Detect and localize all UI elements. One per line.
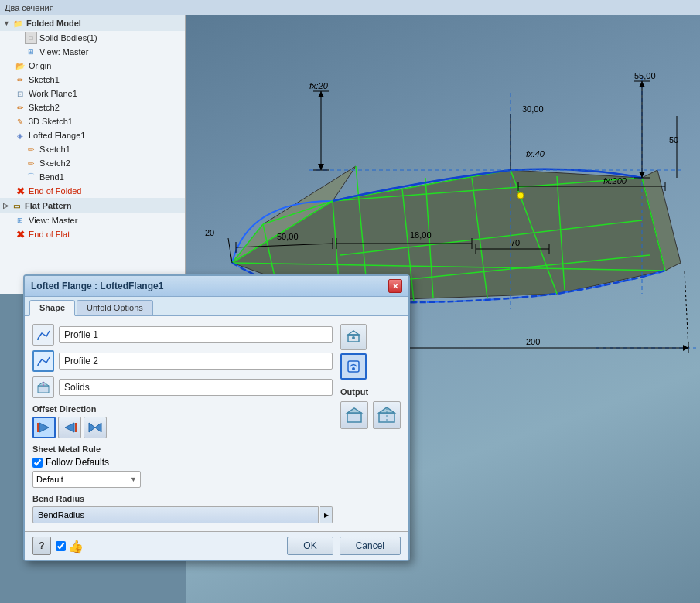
bend-radius-field[interactable]: BendRadius [32,506,319,523]
dialog-body: Profile 1 Profile 2 [25,316,408,531]
side-btn-1-icon [345,329,362,346]
follow-defaults-checkbox[interactable] [32,458,43,468]
tree-section-folded[interactable]: ▼ 📁 Folded Model [0,15,185,31]
svg-marker-75 [39,423,49,432]
title-bar: Два сечения [0,0,700,15]
cancel-button[interactable]: Cancel [340,537,401,555]
end-of-folded-icon: ✖ [14,185,26,197]
profile1-svg [36,327,51,342]
tree-item-solid-bodies[interactable]: □ Solid Bodies(1) [0,31,185,45]
dialog-right-col: Output [340,324,401,523]
tab-unfold-options[interactable]: Unfold Options [77,300,153,315]
svg-text:fx:40: fx:40 [526,149,545,158]
view-master2-label: View: Master [29,216,77,225]
side-buttons [340,324,401,380]
tree-section-flat[interactable]: ▷ ▭ Flat Pattern [0,198,185,213]
tree-item-origin[interactable]: 📂 Origin [0,59,185,73]
svg-point-69 [517,192,524,199]
follow-defaults-row: Follow Defaults [32,457,333,468]
svg-text:20: 20 [205,228,214,237]
view-master1-icon: ⊞ [25,46,37,58]
left-panel-tree: ▼ 📁 Folded Model □ Solid Bodies(1) ⊞ Vie… [0,15,186,294]
tree-item-bend1[interactable]: ⌒ Bend1 [0,170,185,184]
tree-item-lf-sketch1[interactable]: ✏ Sketch1 [0,142,185,156]
profile2-icon-btn[interactable] [32,350,54,372]
svg-marker-66 [318,164,324,170]
svg-line-62 [685,271,688,348]
tree-item-workplane1[interactable]: ⊡ Work Plane1 [0,87,185,100]
expand-icon: ▼ [3,19,10,27]
output-label: Output [340,387,401,397]
svg-marker-65 [318,91,324,97]
output-btn-1[interactable] [340,401,368,429]
lofted-flange1-label: Lofted Flange1 [29,131,85,140]
flat-pattern-icon: ▭ [10,199,22,212]
offset-direction-label: Offset Direction [32,404,333,414]
checkbox-thumbs-row: 👍 [56,539,84,554]
offset-direction-buttons [32,417,333,438]
workplane1-icon: ⊡ [14,87,26,100]
default-dropdown-value: Default [36,475,63,484]
offset-btn-2[interactable] [58,417,81,438]
tree-item-view-master2[interactable]: ⊞ View: Master [0,213,185,227]
svg-marker-80 [95,423,101,432]
svg-text:70: 70 [510,238,520,247]
side-btn-1[interactable] [340,324,367,350]
bend1-label: Bend1 [39,172,64,182]
solids-svg [36,380,51,395]
tree-item-view-master1[interactable]: ⊞ View: Master [0,45,185,59]
solids-label[interactable]: Solids [59,379,333,396]
profile1-row: Profile 1 [32,324,333,346]
view-master2-icon: ⊞ [14,214,26,227]
profile1-icon-btn[interactable] [32,324,54,346]
dialog-footer-right: OK Cancel [287,537,401,555]
tree-item-end-of-folded[interactable]: ✖ End of Folded [0,184,185,198]
svg-text:fx:200: fx:200 [603,176,627,186]
bend-radius-arrow-btn[interactable]: ▶ [320,506,333,523]
svg-text:30,00: 30,00 [522,104,544,114]
tree-item-3dsketch1[interactable]: ✎ 3D Sketch1 [0,114,185,128]
offset-btn-1[interactable] [32,417,56,438]
end-of-flat-label: End of Flat [29,230,70,239]
side-btn-2[interactable] [340,353,367,380]
tree-item-sketch1[interactable]: ✏ Sketch1 [0,73,185,87]
profile2-row: Profile 2 [32,350,333,372]
dialog-footer: ? 👍 OK Cancel [25,531,408,560]
flat-expand-icon: ▷ [3,202,9,210]
svg-line-44 [228,238,232,263]
solids-icon-btn[interactable] [32,376,54,398]
svg-marker-71 [37,365,39,366]
follow-defaults-label: Follow Defaults [46,457,109,468]
svg-point-83 [352,336,355,339]
svg-rect-86 [347,413,361,422]
tree-item-sketch2[interactable]: ✏ Sketch2 [0,100,185,114]
profile2-label[interactable]: Profile 2 [59,353,333,370]
offset-icon-1 [36,420,53,435]
solid-bodies-label: Solid Bodies(1) [39,33,97,43]
svg-text:200: 200 [526,337,540,346]
tab-shape[interactable]: Shape [29,300,75,316]
tree-item-lofted-flange1[interactable]: ◈ Lofted Flange1 [0,128,185,142]
offset-btn-3[interactable] [84,417,107,438]
title-bar-label: Два сечения [5,3,54,12]
default-dropdown[interactable]: Default ▼ [32,471,141,488]
svg-text:18,00: 18,00 [410,230,432,240]
footer-checkbox[interactable] [56,541,66,551]
output-btn-2-icon [377,405,397,425]
output-btn-1-icon [344,405,364,425]
ok-button[interactable]: OK [287,537,333,555]
dialog-title-bar: Lofted Flange : LoftedFlange1 ✕ [25,276,408,297]
lf-sketch2-icon: ✏ [25,157,37,169]
profile1-label[interactable]: Profile 1 [59,326,333,343]
dialog-left-col: Profile 1 Profile 2 [32,324,333,523]
svg-text:55,00: 55,00 [634,71,656,80]
svg-marker-79 [89,423,95,432]
tree-item-lf-sketch2[interactable]: ✏ Sketch2 [0,156,185,170]
bend-radius-row: BendRadius ▶ [32,506,333,523]
profile2-svg [36,353,51,369]
svg-marker-77 [65,423,74,432]
dialog-close-button[interactable]: ✕ [388,279,402,293]
help-button[interactable]: ? [32,537,51,555]
tree-item-end-of-flat[interactable]: ✖ End of Flat [0,227,185,241]
output-btn-2[interactable] [373,401,401,429]
